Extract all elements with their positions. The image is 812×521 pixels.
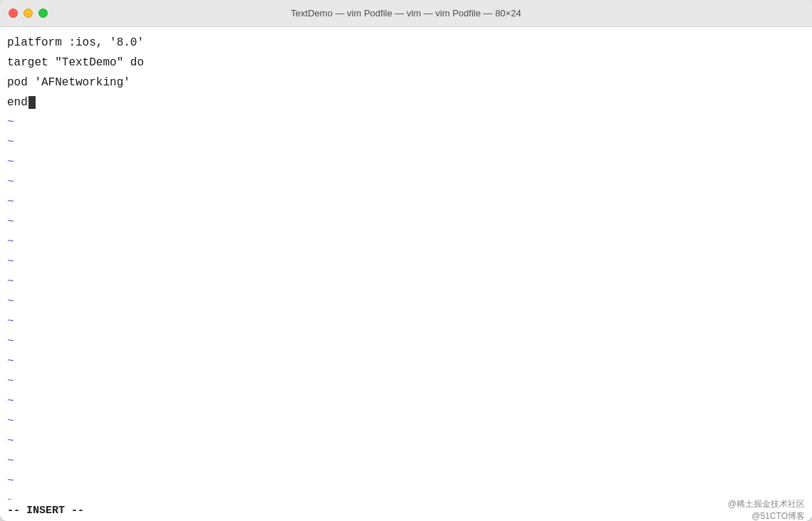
tilde-20: ~ — [0, 491, 812, 500]
tilde-8: ~ — [0, 252, 812, 272]
code-line-3: pod 'AFNetworking' — [7, 73, 805, 93]
code-line-1: platform :ios, '8.0' — [7, 33, 805, 53]
code-line-2: target "TextDemo" do — [7, 53, 805, 73]
code-line-4: end — [7, 93, 805, 112]
watermark-line1: @稀土掘金技术社区 — [728, 498, 805, 510]
tilde-13: ~ — [0, 352, 812, 372]
editor-area[interactable]: platform :ios, '8.0' target "TextDemo" d… — [0, 27, 812, 500]
tilde-15: ~ — [0, 391, 812, 411]
title-bar: TextDemo — vim Podfile — vim — vim Podfi… — [0, 0, 812, 27]
tilde-7: ~ — [0, 232, 812, 252]
tilde-5: ~ — [0, 192, 812, 212]
tilde-14: ~ — [0, 372, 812, 391]
tilde-11: ~ — [0, 312, 812, 332]
watermark: @稀土掘金技术社区 @51CTO博客 — [728, 498, 805, 521]
tilde-3: ~ — [0, 152, 812, 172]
watermark-line2: @51CTO博客 — [728, 510, 805, 521]
minimize-button[interactable] — [24, 9, 33, 18]
tilde-4: ~ — [0, 172, 812, 192]
tilde-19: ~ — [0, 471, 812, 491]
maximize-button[interactable] — [38, 9, 48, 18]
tilde-2: ~ — [0, 132, 812, 152]
window-title: TextDemo — vim Podfile — vim — vim Podfi… — [291, 8, 521, 19]
tilde-1: ~ — [0, 112, 812, 132]
vim-window: TextDemo — vim Podfile — vim — vim Podfi… — [0, 0, 812, 521]
code-content: platform :ios, '8.0' target "TextDemo" d… — [0, 33, 812, 112]
tilde-10: ~ — [0, 292, 812, 312]
tilde-12: ~ — [0, 332, 812, 352]
tilde-17: ~ — [0, 431, 812, 451]
tilde-6: ~ — [0, 212, 812, 232]
tilde-9: ~ — [0, 272, 812, 292]
vim-cursor — [28, 96, 36, 109]
traffic-lights — [9, 9, 48, 18]
close-button[interactable] — [9, 9, 18, 18]
tilde-16: ~ — [0, 411, 812, 431]
tilde-18: ~ — [0, 451, 812, 471]
insert-mode-indicator: -- INSERT -- — [7, 505, 84, 517]
status-bar: -- INSERT -- @稀土掘金技术社区 @51CTO博客 — [0, 500, 812, 521]
